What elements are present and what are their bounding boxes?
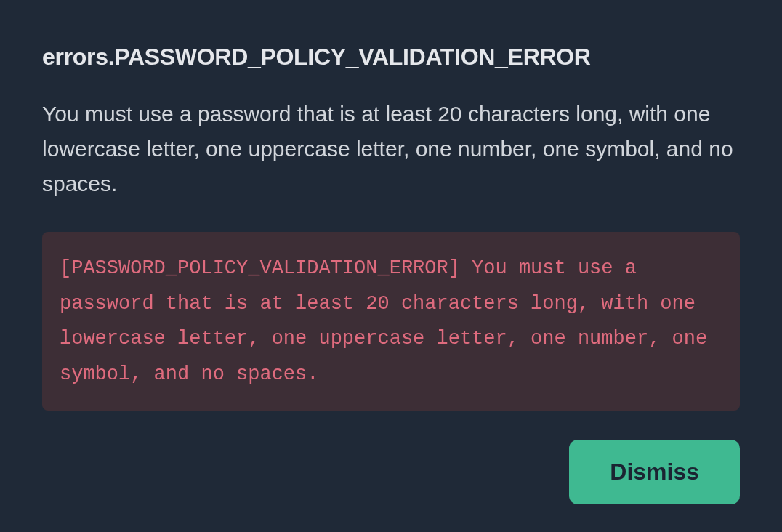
dialog-title: errors.PASSWORD_POLICY_VALIDATION_ERROR (42, 44, 740, 70)
error-dialog: errors.PASSWORD_POLICY_VALIDATION_ERROR … (0, 0, 782, 532)
error-detail-box: [PASSWORD_POLICY_VALIDATION_ERROR] You m… (42, 232, 740, 411)
dismiss-button[interactable]: Dismiss (569, 440, 740, 504)
dialog-button-row: Dismiss (42, 411, 740, 504)
dialog-message: You must use a password that is at least… (42, 97, 740, 201)
